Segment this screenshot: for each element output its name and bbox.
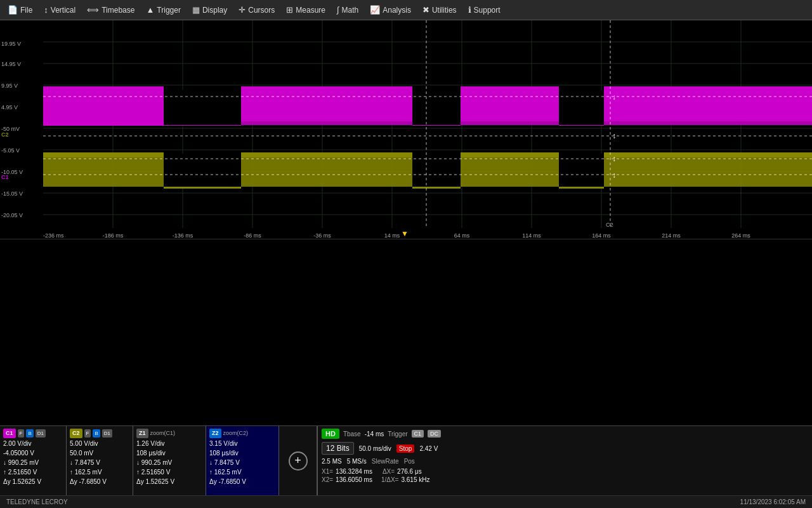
menu-display-label: Display	[202, 6, 227, 15]
trigger-label: Trigger	[388, 431, 407, 438]
top-waveform-svg: ↓ ↕ ↕ ↕ ▼ C2 C2 C1 19.95 V 14.95 V 9.95 …	[0, 20, 812, 239]
z2-label-row: Z2 zoom(C2)	[209, 429, 275, 438]
z2-arrow-down: ↓ 7.8475 V	[209, 458, 275, 467]
svg-text:214 ms: 214 ms	[662, 232, 681, 239]
inv-dx-val: 3.615 kHz	[401, 476, 429, 483]
z1-badge: Z1	[136, 429, 148, 438]
x1-label: X1=	[322, 468, 333, 475]
ch1-label-row: C1 F B D1	[3, 429, 63, 438]
z2-block: Z2 zoom(C2) 3.15 V/div 108 μs/div ↓ 7.84…	[206, 426, 279, 495]
menu-math[interactable]: ∫ Math	[332, 3, 363, 17]
add-channel-area: +	[279, 426, 317, 495]
z2-delta-y: Δy -7.6850 V	[209, 478, 275, 486]
menu-measure-label: Measure	[296, 6, 325, 15]
z2-arrow-up: ↑ 162.5 mV	[209, 468, 275, 477]
z2-vdiv: 3.15 V/div	[209, 439, 275, 448]
x2-val: 136.6050 ms	[336, 476, 372, 483]
ch2-arrow-down: ↓ 7.8475 V	[70, 458, 129, 467]
menu-file-label: File	[20, 6, 32, 15]
menu-timebase[interactable]: ⟺ Timebase	[82, 3, 140, 17]
trigger-dc-badge: DC	[428, 430, 441, 438]
menu-cursors-label: Cursors	[248, 6, 275, 15]
svg-text:▼: ▼	[401, 229, 409, 238]
menu-support[interactable]: ℹ Support	[463, 3, 506, 17]
ch1-d1-badge: D1	[36, 429, 46, 438]
menu-timebase-label: Timebase	[102, 6, 134, 15]
datetime-label: 11/13/2023 6:02:05 AM	[740, 498, 806, 505]
svg-text:-10.05 V: -10.05 V	[1, 169, 23, 175]
svg-text:-186 ms: -186 ms	[103, 232, 124, 239]
menu-utilities-label: Utilities	[432, 6, 457, 15]
svg-text:264 ms: 264 ms	[731, 232, 750, 239]
svg-rect-36	[164, 90, 241, 125]
trigger-c1-badge: C1	[412, 430, 424, 438]
measure-icon: ⊞	[286, 5, 293, 15]
ch2-label-row: C2 F B D1	[70, 429, 129, 438]
x2-label: X2=	[322, 476, 333, 483]
brand-label: TELEDYNE LECROY	[6, 498, 68, 505]
menu-measure[interactable]: ⊞ Measure	[281, 3, 331, 17]
rp-bits-row: 12 Bits 50.0 ms/div Stop 2.42 V	[322, 442, 808, 455]
svg-rect-38	[559, 90, 604, 125]
file-icon: 📄	[8, 5, 18, 15]
menu-trigger-label: Trigger	[157, 6, 181, 15]
svg-text:↓: ↓	[612, 93, 616, 102]
menubar: 📄 File ↕ Vertical ⟺ Timebase ▲ Trigger ▦…	[0, 0, 812, 20]
ch2-delta-y: Δy -7.6850 V	[70, 478, 129, 486]
measure-bar: C1 F B D1 2.00 V/div -4.05000 V ↓ 990.25…	[0, 425, 812, 495]
menu-analysis-label: Analysis	[383, 6, 411, 15]
inv-dx-label: 1/ΔX=	[381, 476, 399, 483]
svg-text:-86 ms: -86 ms	[244, 232, 261, 239]
svg-text:C2: C2	[1, 131, 9, 138]
menu-vertical-label: Vertical	[51, 6, 75, 15]
svg-text:164 ms: 164 ms	[592, 232, 611, 239]
menu-analysis[interactable]: 📈 Analysis	[365, 3, 416, 17]
slew-label: SlewRate	[372, 458, 399, 465]
ch2-f-badge: F	[84, 429, 91, 438]
svg-text:4.95 V: 4.95 V	[1, 104, 18, 110]
hd-badge: HD	[322, 429, 339, 439]
ch1-offset: -4.05000 V	[3, 449, 63, 458]
ch2-block: C2 F B D1 5.00 V/div 50.0 mV ↓ 7.8475 V …	[67, 426, 133, 495]
z1-block: Z1 zoom(C1) 1.26 V/div 108 μs/div ↓ 990.…	[133, 426, 206, 495]
svg-text:-5.05 V: -5.05 V	[1, 147, 20, 154]
z1-label-row: Z1 zoom(C1)	[136, 429, 202, 438]
menu-vertical[interactable]: ↕ Vertical	[39, 3, 81, 17]
add-channel-button[interactable]: +	[289, 451, 308, 471]
ms-val: 5 MS/s	[347, 458, 367, 465]
timebase-icon: ⟺	[87, 5, 99, 15]
svg-text:↕: ↕	[612, 131, 616, 140]
pos-label: Pos	[404, 458, 415, 465]
scope-wrapper: ↓ ↕ ↕ ↕ ▼ C2 C2 C1 19.95 V 14.95 V 9.95 …	[0, 20, 812, 438]
ch2-b-badge: B	[93, 429, 100, 438]
menu-file[interactable]: 📄 File	[3, 3, 37, 17]
ch1-badge: C1	[3, 429, 16, 438]
z1-tdiv: 108 μs/div	[136, 449, 202, 458]
menu-trigger[interactable]: ▲ Trigger	[141, 3, 185, 17]
rp-x2-row: X2= 136.6050 ms 1/ΔX= 3.615 kHz	[322, 476, 808, 483]
z1-arrow-up: ↑ 2.51650 V	[136, 468, 202, 477]
menu-utilities[interactable]: ✖ Utilities	[417, 3, 462, 17]
svg-text:↕: ↕	[612, 154, 616, 163]
svg-text:-136 ms: -136 ms	[173, 232, 193, 239]
ch2-arrow-up: ↑ 162.5 mV	[70, 468, 129, 477]
ch1-f-badge: F	[18, 429, 25, 438]
rp-ms-row: 2.5 MS 5 MS/s SlewRate Pos	[322, 458, 808, 465]
menu-support-label: Support	[474, 6, 501, 15]
z1-vdiv: 1.26 V/div	[136, 439, 202, 448]
svg-text:C2: C2	[606, 222, 613, 228]
svg-text:↕: ↕	[612, 171, 616, 180]
menu-display[interactable]: ▦ Display	[187, 3, 232, 17]
utilities-icon: ✖	[422, 5, 429, 15]
z2-badge: Z2	[209, 429, 221, 438]
menu-cursors[interactable]: ✛ Cursors	[233, 3, 280, 17]
svg-text:14.95 V: 14.95 V	[1, 61, 21, 67]
svg-text:-36 ms: -36 ms	[313, 232, 331, 239]
analysis-icon: 📈	[370, 5, 380, 15]
svg-text:14 ms: 14 ms	[384, 232, 400, 239]
vertical-icon: ↕	[44, 5, 48, 15]
svg-text:114 ms: 114 ms	[522, 232, 541, 239]
svg-text:-236 ms: -236 ms	[43, 232, 64, 239]
ch2-d1-badge: D1	[102, 429, 112, 438]
stop-label: Stop	[396, 444, 415, 453]
